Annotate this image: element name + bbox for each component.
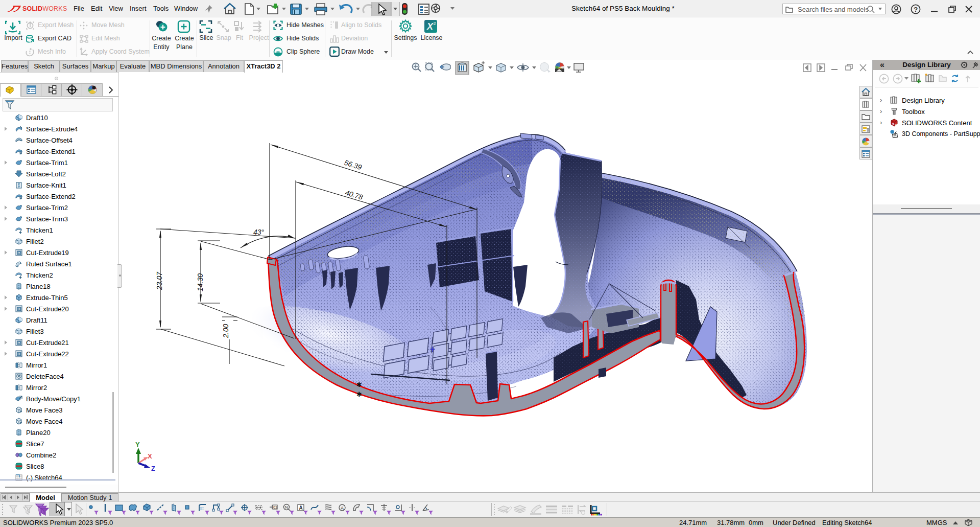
svg-text:W: W [895,123,898,126]
svg-text:Z: Z [151,465,155,472]
svg-text:✱: ✱ [356,391,362,398]
svg-text:2: 2 [433,21,436,26]
svg-text:03: 03 [273,506,277,509]
svg-text:43°: 43° [253,228,265,236]
svg-text:✱: ✱ [356,381,362,388]
svg-text:A: A [299,505,303,511]
svg-text:A: A [341,506,344,511]
svg-text:X: X [426,21,434,32]
svg-text:X: X [148,452,152,460]
svg-text:?: ? [914,6,918,13]
svg-text:14.30: 14.30 [196,273,204,291]
svg-text:23.07: 23.07 [155,271,163,290]
svg-text:S: S [892,123,894,126]
svg-text:2.00: 2.00 [222,324,230,338]
svg-text:Y: Y [135,441,140,448]
svg-text:N: N [285,505,288,510]
svg-text:56.39: 56.39 [343,158,363,172]
